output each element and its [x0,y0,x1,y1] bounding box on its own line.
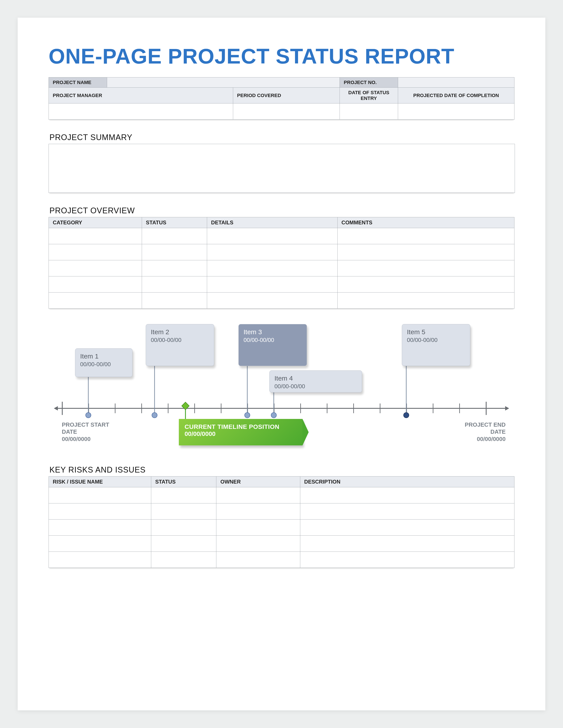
timeline-tick [486,402,487,415]
overview-cell[interactable] [207,228,338,244]
risks-cell[interactable] [49,503,151,519]
timeline-item-card: Item 3 00/00-00/00 [238,324,307,366]
risks-table: RISK / ISSUE NAME STATUS OWNER DESCRIPTI… [49,476,514,568]
timeline-marker [271,412,276,418]
project-manager-value[interactable] [49,103,233,119]
overview-cell[interactable] [142,228,207,244]
timeline-end-label: PROJECT END DATE [448,421,506,435]
timeline-tick [327,403,328,413]
overview-cell[interactable] [142,260,207,276]
overview-header-comments: COMMENTS [337,217,514,228]
page: ONE-PAGE PROJECT STATUS REPORT PROJECT N… [18,18,545,710]
overview-label: PROJECT OVERVIEW [49,206,514,215]
page-title: ONE-PAGE PROJECT STATUS REPORT [49,44,514,68]
overview-table: CATEGORY STATUS DETAILS COMMENTS [49,217,514,309]
timeline-item-card: Item 1 00/00-00/00 [75,348,132,377]
risks-cell[interactable] [49,535,151,552]
overview-cell[interactable] [207,276,338,292]
period-covered-label: PERIOD COVERED [233,88,340,103]
meta-table: PROJECT NAME PROJECT NO. PROJECT MANAGER… [49,77,514,120]
timeline-item-range: 00/00-00/00 [151,337,209,343]
overview-cell[interactable] [49,292,142,308]
project-name-value[interactable] [107,77,340,88]
timeline-arrow-right-icon [505,406,509,411]
timeline-current-label: CURRENT TIMELINE POSITION [184,423,297,430]
overview-cell[interactable] [337,260,514,276]
timeline-item-name: Item 5 [407,328,465,336]
timeline-arrow-left-icon [54,406,58,411]
overview-cell[interactable] [337,244,514,260]
risks-cell[interactable] [49,552,151,568]
timeline-item-card: Item 5 00/00-00/00 [402,324,470,366]
projected-completion-label: PROJECTED DATE OF COMPLETION [398,88,514,103]
timeline-current-flag: CURRENT TIMELINE POSITION 00/00/0000 [179,419,303,445]
risks-cell[interactable] [216,503,300,519]
timeline-item-range: 00/00-00/00 [80,361,127,368]
timeline-connector [247,366,248,412]
timeline-connector [273,390,274,412]
overview-cell[interactable] [142,244,207,260]
risks-cell[interactable] [49,487,151,503]
risks-cell[interactable] [151,487,216,503]
overview-cell[interactable] [207,292,338,308]
risks-header-owner: OWNER [216,476,300,487]
timeline-tick [141,403,142,413]
overview-cell[interactable] [142,292,207,308]
summary-box[interactable] [49,144,515,193]
overview-header-details: DETAILS [207,217,338,228]
timeline-item-card: Item 2 00/00-00/00 [146,324,214,366]
risks-cell[interactable] [151,552,216,568]
overview-cell[interactable] [142,276,207,292]
risks-cell[interactable] [300,519,514,535]
timeline-connector [154,366,155,412]
timeline-tick [115,403,115,413]
period-covered-value[interactable] [233,103,340,119]
project-manager-label: PROJECT MANAGER [49,88,233,103]
timeline-tick [300,403,301,413]
timeline-item-range: 00/00-00/00 [274,383,357,390]
timeline-end-block: PROJECT END DATE 00/00/0000 [448,421,506,443]
timeline-tick [353,403,354,413]
timeline: Item 1 00/00-00/00 Item 2 00/00-00/00 It… [49,324,514,456]
date-of-status-label: DATE OF STATUS ENTRY [340,88,398,103]
summary-label: PROJECT SUMMARY [49,133,514,142]
date-of-status-value[interactable] [340,103,398,119]
timeline-marker [244,412,250,418]
overview-cell[interactable] [207,244,338,260]
overview-cell[interactable] [337,276,514,292]
risks-cell[interactable] [49,519,151,535]
projected-completion-value[interactable] [398,103,514,119]
risks-cell[interactable] [216,519,300,535]
timeline-connector [88,377,89,412]
risks-cell[interactable] [216,552,300,568]
project-no-value[interactable] [398,77,514,88]
timeline-item-card: Item 4 00/00-00/00 [269,370,362,392]
timeline-connector [406,366,407,412]
overview-header-category: CATEGORY [49,217,142,228]
timeline-tick [459,403,460,413]
risks-cell[interactable] [300,552,514,568]
risks-cell[interactable] [216,535,300,552]
risks-cell[interactable] [300,535,514,552]
overview-cell[interactable] [207,260,338,276]
timeline-end-date: 00/00/0000 [448,435,506,443]
timeline-item-range: 00/00-00/00 [407,337,465,343]
risks-cell[interactable] [151,503,216,519]
timeline-marker [403,412,409,418]
overview-cell[interactable] [49,276,142,292]
overview-cell[interactable] [49,244,142,260]
overview-cell[interactable] [49,228,142,244]
risks-cell[interactable] [216,487,300,503]
risks-header-description: DESCRIPTION [300,476,514,487]
timeline-item-name: Item 1 [80,353,127,360]
risks-header-status: STATUS [151,476,216,487]
risks-cell[interactable] [300,487,514,503]
risks-cell[interactable] [300,503,514,519]
risks-cell[interactable] [151,535,216,552]
overview-cell[interactable] [337,228,514,244]
overview-header-status: STATUS [142,217,207,228]
overview-cell[interactable] [49,260,142,276]
risks-header-name: RISK / ISSUE NAME [49,476,151,487]
risks-cell[interactable] [151,519,216,535]
overview-cell[interactable] [337,292,514,308]
